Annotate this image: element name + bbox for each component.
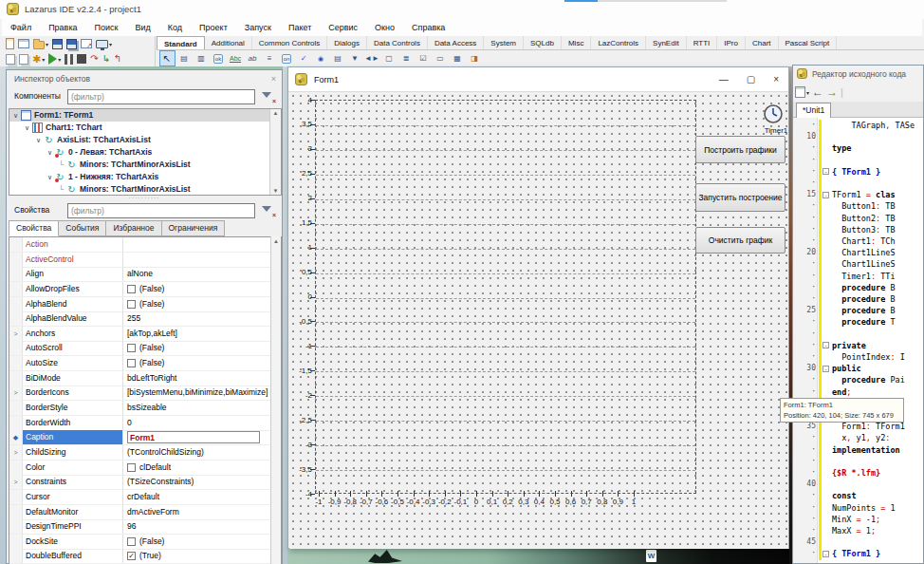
- inspector-tab-Ограничения[interactable]: Ограничения: [162, 220, 226, 236]
- tscrollbar-icon[interactable]: ◄►: [364, 50, 380, 66]
- tlistbox-icon[interactable]: ▤: [330, 50, 346, 66]
- property-row-DefaultMonitor[interactable]: DefaultMonitordmActiveForm: [9, 505, 271, 520]
- code-line-18[interactable]: · Button3: TB: [793, 224, 923, 235]
- code-line-31[interactable]: · procedure Pai: [793, 374, 923, 385]
- property-row-BorderWidth[interactable]: BorderWidth0: [9, 416, 271, 431]
- code-line-40[interactable]: 40: [793, 479, 923, 490]
- step-over-icon[interactable]: ↷: [89, 51, 99, 66]
- expand-icon[interactable]: >: [9, 475, 23, 489]
- grid-scrollbar[interactable]: ▲: [270, 236, 281, 564]
- scroll-down-icon[interactable]: ▼: [270, 188, 281, 194]
- tree-scrollbar[interactable]: ▲▼: [269, 109, 281, 195]
- jump-history-icon[interactable]: ▾: [795, 86, 809, 98]
- run-icon[interactable]: ▾: [47, 51, 62, 66]
- save-icon[interactable]: [51, 36, 64, 51]
- close-icon[interactable]: ×: [773, 67, 779, 92]
- code-line-16[interactable]: · Button1: TB: [793, 200, 923, 212]
- form-button-2[interactable]: Запустить построение: [695, 183, 785, 212]
- tedit-icon[interactable]: ab: [245, 50, 261, 66]
- code-line-37[interactable]: ·implementation: [793, 444, 923, 456]
- palette-tab-lazcontrols[interactable]: LazControls: [591, 36, 646, 49]
- ttogglebox-icon[interactable]: on: [279, 50, 295, 66]
- new-unit-icon[interactable]: [5, 36, 15, 51]
- filter-icon[interactable]: [261, 90, 276, 103]
- tradiobutton-icon[interactable]: ◉: [313, 50, 329, 66]
- scroll-up-icon[interactable]: ▲: [270, 110, 281, 116]
- property-value[interactable]: (TControlChildSizing): [123, 445, 271, 460]
- property-value[interactable]: [123, 237, 271, 252]
- code-line-27[interactable]: ·: [793, 329, 923, 340]
- property-row-DoubleBuffered[interactable]: DoubleBuffered✓(True): [9, 549, 271, 564]
- code-line-29[interactable]: · PointIndex: I: [793, 351, 923, 363]
- jump-forward-icon[interactable]: →: [826, 84, 838, 101]
- property-value[interactable]: 96: [123, 519, 271, 534]
- code-line-36[interactable]: · x, y1, y2:: [793, 432, 923, 443]
- stop-icon[interactable]: [76, 51, 87, 66]
- palette-tab-pascal-script[interactable]: Pascal Script: [779, 36, 838, 49]
- scroll-up-icon[interactable]: ▲: [271, 238, 281, 244]
- menu-item[interactable]: Файл: [2, 19, 40, 36]
- menu-item[interactable]: Код: [159, 19, 191, 36]
- close-icon[interactable]: ×: [271, 70, 276, 87]
- palette-tab-synedit[interactable]: SynEdit: [646, 36, 687, 49]
- property-value[interactable]: (False): [123, 297, 271, 311]
- code-line-13[interactable]: ·-{ TForm1 }: [793, 166, 923, 178]
- property-value[interactable]: (False): [123, 282, 271, 296]
- timer-component[interactable]: [763, 103, 784, 124]
- tpanel-icon[interactable]: ▭: [433, 50, 449, 66]
- palette-tab-chart[interactable]: Chart: [746, 36, 779, 49]
- code-line-44[interactable]: ·MaxX = 1;: [793, 525, 923, 536]
- maximize-icon[interactable]: ▢: [747, 67, 755, 92]
- save-all-icon[interactable]: [65, 36, 78, 51]
- property-row-ActiveControl[interactable]: ActiveControl: [9, 253, 271, 268]
- palette-tab-rtti[interactable]: RTTI: [687, 36, 718, 49]
- fold-icon[interactable]: -: [822, 342, 829, 348]
- step-into-icon[interactable]: ↳: [102, 51, 111, 66]
- dropdown-caret-icon[interactable]: ▾: [109, 41, 112, 47]
- tframe-icon[interactable]: ▦: [450, 50, 466, 66]
- inspector-tab-События[interactable]: События: [59, 220, 106, 236]
- checkbox-icon[interactable]: [127, 285, 136, 293]
- tree-item[interactable]: ∨Chart1: TChart: [9, 122, 281, 134]
- code-line-17[interactable]: · Button2: TB: [793, 213, 923, 224]
- property-value[interactable]: dmActiveForm: [123, 505, 271, 519]
- chevron-down-icon[interactable]: ∨: [46, 171, 54, 183]
- code-line-38[interactable]: ·: [793, 456, 923, 467]
- checkbox-icon[interactable]: [127, 537, 136, 546]
- property-value[interactable]: (False): [123, 341, 271, 355]
- palette-tab-additional[interactable]: Additional: [205, 36, 252, 49]
- code-line-21[interactable]: · Chart1LineS: [793, 258, 923, 270]
- property-value[interactable]: 0: [123, 416, 271, 430]
- code-line-46[interactable]: ·-{ TForm1 }: [793, 548, 923, 559]
- checkbox-icon[interactable]: [127, 359, 136, 367]
- fold-icon[interactable]: -: [822, 366, 829, 372]
- palette-tab-common-controls[interactable]: Common Controls: [252, 36, 327, 49]
- palette-tab-standard[interactable]: Standard: [157, 36, 205, 49]
- property-row-Cursor[interactable]: CursorcrDefault: [9, 490, 271, 505]
- tab-unit1[interactable]: *Unit1: [796, 103, 831, 118]
- menu-item[interactable]: Сервис: [320, 19, 366, 36]
- form-canvas[interactable]: 43,532,521,510,50-0,5-1-1,5-2-2,5-3-3,5-…: [289, 92, 788, 549]
- new-form-icon[interactable]: [17, 36, 30, 51]
- code-line-43[interactable]: ·MinX = -1;: [793, 514, 923, 525]
- checkbox-icon[interactable]: ✓: [127, 552, 136, 560]
- checkbox-icon[interactable]: [127, 300, 136, 309]
- code-line-11[interactable]: ·type: [793, 142, 923, 154]
- property-row-AutoSize[interactable]: AutoSize(False): [9, 356, 271, 371]
- build-mode-icon[interactable]: ✱▾: [31, 51, 46, 66]
- form-button-3[interactable]: Очистить график: [695, 227, 785, 254]
- fold-icon[interactable]: -: [822, 551, 829, 557]
- tlabel-icon[interactable]: Abc: [228, 50, 244, 66]
- property-value[interactable]: crDefault: [123, 490, 271, 504]
- menu-item[interactable]: Справка: [403, 19, 453, 36]
- property-value[interactable]: Form1: [123, 430, 271, 444]
- tbutton-icon[interactable]: ok: [211, 50, 227, 66]
- tcheckbox-icon[interactable]: ✓: [296, 50, 312, 66]
- menu-item[interactable]: Вид: [127, 19, 159, 36]
- filter-icon[interactable]: [261, 204, 276, 217]
- code-line-30[interactable]: 30-public: [793, 363, 923, 374]
- new-package-icon[interactable]: [5, 51, 16, 66]
- property-row-DesignTimePPI[interactable]: DesignTimePPI96: [9, 519, 271, 535]
- word-doc-icon[interactable]: W: [646, 550, 656, 562]
- code-line-45[interactable]: 45: [793, 536, 923, 548]
